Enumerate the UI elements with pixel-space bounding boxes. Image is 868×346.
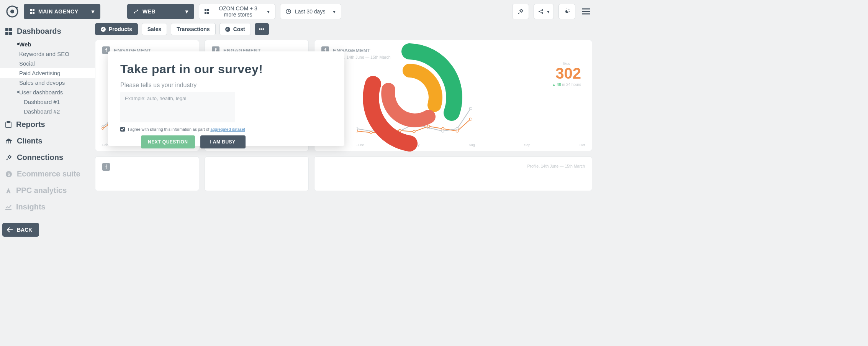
chevron-down-icon: ▾ — [185, 8, 188, 15]
check-icon: ✓ — [225, 27, 230, 32]
svg-rect-33 — [7, 121, 10, 123]
sidebar-item-dashboard-1[interactable]: Dashboard #1 — [0, 97, 95, 107]
sidebar-item-dashboard-2[interactable]: Dashboard #2 — [0, 107, 95, 116]
agency-label: MAIN AGENCY — [38, 8, 79, 15]
dashboards-sublist: Web Keywords and SEO Social Paid Adverti… — [0, 40, 95, 116]
svg-rect-13 — [207, 12, 209, 14]
menu-button[interactable] — [580, 5, 592, 18]
svg-rect-25 — [582, 8, 590, 10]
sun-moon-icon — [563, 8, 570, 15]
nav-dashboards[interactable]: Dashboards — [0, 23, 95, 40]
svg-point-19 — [542, 12, 543, 14]
tab-row: ✓ Products Sales Transactions ✓ Cost ••• — [95, 23, 592, 40]
chevron-down-icon: ▾ — [267, 8, 270, 15]
svg-rect-30 — [5, 32, 8, 35]
survey-modal: Take part in our survey! Please tells us… — [108, 51, 344, 146]
engagement-card — [205, 157, 309, 191]
channel-selector[interactable]: WEB ▾ — [127, 4, 194, 19]
ellipsis-icon: ••• — [259, 26, 265, 32]
sidebar-item-label: Sales and devops — [19, 79, 65, 86]
share-button[interactable]: ▾ — [534, 4, 554, 19]
nav-ecommerce[interactable]: $ Ecommerce suite — [0, 166, 95, 182]
svg-line-16 — [288, 12, 290, 12]
share-icon — [538, 9, 544, 14]
nav-label: Insights — [16, 203, 46, 211]
svg-rect-10 — [205, 9, 206, 11]
sidebar-item-paid-advertising[interactable]: Paid Advertising — [0, 68, 95, 78]
facebook-icon: f — [102, 163, 110, 171]
svg-rect-31 — [9, 32, 12, 35]
svg-rect-11 — [207, 9, 209, 11]
svg-point-2 — [16, 7, 18, 9]
nav-label: PPC analytics — [16, 186, 67, 195]
nav-reports[interactable]: Reports — [0, 116, 95, 133]
dollar-icon: $ — [5, 171, 12, 178]
back-button[interactable]: BACK — [2, 223, 39, 237]
industry-input[interactable] — [120, 92, 235, 122]
nav-label: Reports — [16, 120, 45, 129]
consent-link[interactable]: aggregated dataset — [210, 127, 245, 132]
tab-cost[interactable]: ✓ Cost — [219, 23, 251, 35]
back-label: BACK — [17, 227, 32, 233]
nav-clients[interactable]: Clients — [0, 133, 95, 149]
grid-icon — [30, 9, 34, 14]
date-label: Last 30 days — [295, 8, 325, 15]
sidebar-item-label: Dashboard #2 — [24, 108, 60, 115]
svg-rect-6 — [33, 12, 34, 14]
svg-rect-5 — [30, 12, 32, 14]
theme-button[interactable] — [558, 4, 575, 19]
tab-products[interactable]: ✓ Products — [95, 23, 138, 35]
sidebar-item-label: Keywords and SEO — [19, 51, 69, 57]
more-tabs-button[interactable]: ••• — [255, 23, 269, 35]
sidebar: Dashboards Web Keywords and SEO Social P… — [0, 23, 95, 238]
consent-row[interactable]: I agree with sharing this information as… — [120, 127, 332, 132]
card-subtitle: Profile, 14th June — 15th March — [321, 164, 585, 168]
plug-button[interactable] — [512, 4, 529, 19]
tab-transactions[interactable]: Transactions — [171, 23, 215, 35]
store-selector[interactable]: OZON.COM + 3 more stores ▾ — [199, 4, 275, 19]
logo-icon — [5, 5, 19, 18]
sidebar-item-user-dashboards[interactable]: User dashboards — [0, 87, 95, 97]
button-label: I AM BUSY — [210, 139, 236, 145]
tab-label: Products — [109, 26, 132, 32]
chevron-down-icon: ▾ — [547, 9, 550, 15]
nav-label: Clients — [17, 137, 43, 145]
svg-rect-32 — [6, 122, 11, 128]
store-label: OZON.COM + 3 more stores — [213, 5, 263, 18]
nav-connections[interactable]: Connections — [0, 149, 95, 166]
consent-text: I agree with sharing this information as… — [128, 127, 245, 132]
i-am-busy-button[interactable]: I AM BUSY — [200, 135, 246, 148]
grid-icon — [205, 9, 209, 14]
stat-delta: ▲ 40 in 24 hours — [552, 82, 581, 87]
date-range-selector[interactable]: Last 30 days ▾ — [280, 4, 341, 19]
svg-line-20 — [540, 10, 542, 12]
svg-line-9 — [134, 10, 138, 13]
consent-checkbox[interactable] — [120, 127, 125, 132]
grid-icon — [5, 28, 12, 35]
svg-rect-3 — [30, 9, 32, 11]
sidebar-item-label: Dashboard #1 — [24, 99, 60, 105]
tab-sales[interactable]: Sales — [142, 23, 167, 35]
nav-label: Ecommerce suite — [17, 170, 80, 178]
svg-rect-27 — [582, 13, 590, 15]
nav-ppc[interactable]: PPC analytics — [0, 182, 95, 199]
tab-label: Sales — [147, 26, 162, 32]
sidebar-item-label: Paid Advertising — [19, 70, 61, 76]
nav-insights[interactable]: Insights — [0, 199, 95, 215]
clipboard-icon — [5, 121, 11, 128]
sidebar-item-social[interactable]: Social — [0, 59, 95, 68]
sidebar-item-keywords[interactable]: Keywords and SEO — [0, 49, 95, 59]
ads-icon — [5, 188, 11, 194]
plug-icon — [5, 154, 12, 161]
sidebar-item-sales-devops[interactable]: Sales and devops — [0, 78, 95, 87]
survey-art-icon — [344, 40, 475, 155]
clock-icon — [286, 9, 291, 14]
svg-text:$: $ — [8, 172, 10, 176]
nav-label: Dashboards — [17, 27, 61, 36]
sidebar-item-label: Web — [19, 41, 31, 48]
agency-selector[interactable]: MAIN AGENCY ▾ — [24, 4, 100, 19]
sidebar-item-web[interactable]: Web — [0, 40, 95, 49]
next-question-button[interactable]: NEXT QUESTION — [141, 135, 195, 148]
svg-point-39 — [102, 128, 104, 130]
modal-title: Take part in our survey! — [120, 62, 332, 76]
